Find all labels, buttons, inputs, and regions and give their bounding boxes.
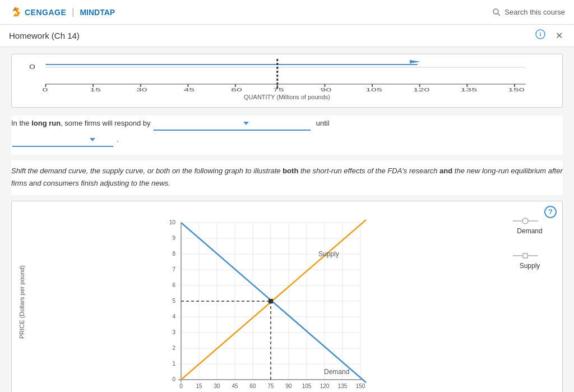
svg-text:60: 60 [249,383,256,389]
legend-supply: Supply [502,252,558,270]
svg-text:0: 0 [172,376,175,382]
search-icon [492,8,501,17]
instruction-paragraph: Shift the demand curve, the supply curve… [11,165,563,190]
legend-supply-label: Supply [520,262,540,270]
svg-text:60: 60 [231,87,242,93]
info-button[interactable]: i [533,27,548,44]
instruction-italic-1: Shift the demand curve, the supply curve… [11,167,283,175]
equilibrium-point [269,299,273,303]
svg-text:4: 4 [172,313,175,320]
svg-text:90: 90 [285,383,292,389]
svg-text:120: 120 [413,87,430,93]
logo-area: CENGAGE | MINDTAP [9,6,115,19]
logo-cengage-text: CENGAGE [25,8,66,17]
chart-inner: PRICE (Dollars per pound) [16,206,558,392]
search-text[interactable]: Search this course [504,8,565,16]
dropdown-2[interactable] [12,134,113,147]
chart-plot-area[interactable]: 0 1 2 3 4 5 6 7 8 9 10 0 15 30 45 60 [29,206,502,392]
info-icon: i [535,29,545,39]
legend-demand: Demand [502,217,558,235]
svg-text:0: 0 [29,64,35,70]
svg-text:7: 7 [172,266,175,273]
mini-graph-box: 0 0 15 30 45 [11,54,563,108]
svg-point-2 [493,9,498,14]
mini-graph-svg: 0 0 15 30 45 [29,59,548,93]
legend-demand-label: Demand [517,227,542,235]
svg-text:90: 90 [321,87,332,93]
svg-text:105: 105 [302,383,312,389]
legend-supply-icon [513,252,547,260]
svg-text:105: 105 [365,87,382,93]
svg-text:3: 3 [172,329,175,335]
header: CENGAGE | MINDTAP Search this course [0,0,574,25]
svg-text:135: 135 [338,383,348,389]
x-axis-label: QUANTITY (Millions of pounds) [21,94,553,100]
svg-line-3 [498,13,500,16]
cengage-icon [9,6,21,19]
main-chart-container: ? PRICE (Dollars per pound) [11,201,563,392]
svg-marker-0 [12,7,20,16]
legend-demand-icon [513,217,547,225]
logo-divider: | [72,7,74,17]
svg-text:75: 75 [267,383,274,389]
svg-text:0: 0 [179,383,183,389]
svg-text:45: 45 [232,383,238,389]
instruction-text: Shift the demand curve, the supply curve… [11,160,563,195]
supply-label: Supply [318,250,339,258]
svg-text:8: 8 [172,251,175,257]
logo-mindtap-text: MINDTAP [80,8,115,17]
instruction-italic-2: the short-run effects of the FDA's resea… [298,167,439,175]
svg-text:45: 45 [184,87,195,93]
svg-text:15: 15 [90,87,101,93]
y-axis-label: PRICE (Dollars per pound) [16,206,27,392]
demand-curve[interactable] [181,223,366,382]
svg-text:30: 30 [214,383,220,389]
close-button[interactable]: ✕ [553,28,565,43]
svg-text:120: 120 [320,383,330,389]
svg-marker-9 [410,60,421,63]
svg-text:6: 6 [172,282,175,288]
dropdown-1-arrow [243,122,249,125]
page-title: Homework (Ch 14) [9,31,80,40]
instruction-bold-both: both [283,167,298,175]
svg-text:0: 0 [43,87,48,93]
until-text: until [316,119,330,127]
title-bar: Homework (Ch 14) i ✕ [0,25,574,47]
q-suffix1: , some firms will respond by [61,119,150,127]
q-prefix: In the [11,119,31,127]
legend-area: Demand Supply [502,206,558,392]
question-sentence: In the long run, some firms will respond… [11,118,563,131]
svg-text:2: 2 [172,345,175,351]
search-area[interactable]: Search this course [492,8,565,17]
question-sentence-2: . [11,134,563,147]
svg-text:10: 10 [169,219,176,225]
svg-text:150: 150 [356,383,365,389]
main-content: 0 0 15 30 45 [0,47,574,392]
supply-curve[interactable] [181,220,366,380]
dropdown-2-arrow [90,138,95,141]
help-button[interactable]: ? [544,206,557,218]
title-bar-actions: i ✕ [533,27,565,44]
main-chart-svg[interactable]: 0 1 2 3 4 5 6 7 8 9 10 0 15 30 45 60 [29,206,502,392]
svg-text:30: 30 [136,87,147,93]
demand-label: Demand [324,368,349,376]
svg-text:i: i [539,31,541,38]
svg-rect-84 [523,253,527,258]
svg-text:1: 1 [172,361,175,367]
svg-text:5: 5 [172,298,175,304]
dropdown-1[interactable] [154,118,311,131]
svg-point-82 [522,218,528,224]
svg-text:75: 75 [273,87,284,93]
instruction-bold-and: and [439,167,452,175]
period: . [117,135,119,144]
svg-text:15: 15 [196,383,202,389]
svg-text:135: 135 [461,87,478,93]
svg-text:9: 9 [172,235,175,241]
svg-text:150: 150 [508,87,525,93]
q-bold-term: long run [31,119,61,127]
question-text-block: In the long run, some firms will respond… [11,116,563,155]
